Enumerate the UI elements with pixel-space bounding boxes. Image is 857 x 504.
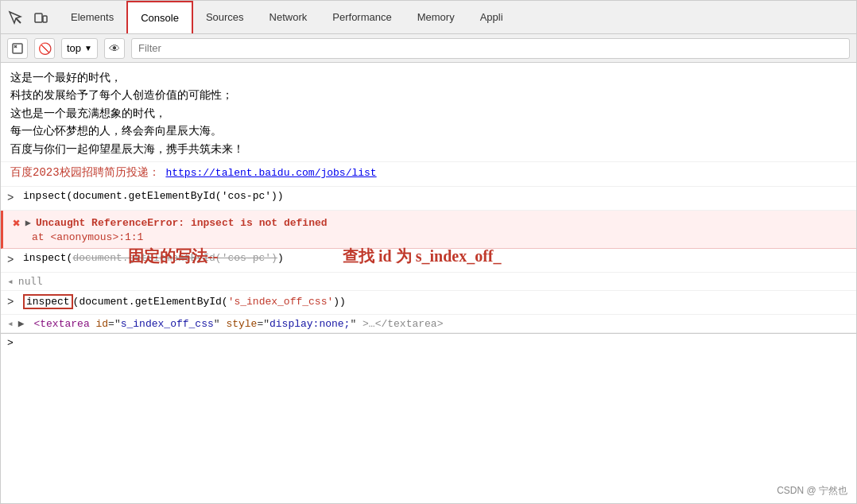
result-left-arrow: ◂ (7, 317, 14, 330)
bottom-prompt-symbol: > (7, 337, 14, 349)
cmd2-strikethrough: document.getElementById('cos-pc') (72, 252, 277, 264)
error-icon: ✖ (13, 215, 21, 231)
console-log-text-block: 这是一个最好的时代， 科技的发展给予了每个人创造价值的可能性； 这也是一个最充满… (1, 63, 856, 162)
null-value: null (18, 275, 43, 287)
cmd3-text: inspect(document.getElementById('s_index… (23, 294, 346, 309)
console-bottom-prompt: > (1, 333, 856, 352)
console-cmd1-line: > inpsect(document.getElementById('cos-p… (1, 187, 856, 211)
prompt-icon: > (7, 190, 18, 207)
context-selector[interactable]: top ▼ (61, 38, 98, 59)
annotation-label-2: 查找 id 为 s_index_off_ (343, 246, 501, 267)
tab-elements[interactable]: Elements (58, 1, 126, 33)
eye-icon[interactable]: 👁 (104, 38, 125, 59)
console-error-block: ✖ ▶ Uncaught ReferenceError: inpsect is … (1, 211, 856, 249)
error-expand-icon[interactable]: ▶ (25, 217, 31, 229)
svg-line-0 (16, 18, 21, 23)
tab-console[interactable]: Console (126, 1, 193, 33)
tab-application[interactable]: Appli (467, 1, 516, 33)
log-line-2: 科技的发展给予了每个人创造价值的可能性； (10, 87, 847, 104)
svg-rect-1 (35, 14, 42, 22)
tab-bar: Elements Console Sources Network Perform… (1, 1, 856, 34)
log-line-3: 这也是一个最充满想象的时代， (10, 105, 847, 122)
tab-list: Elements Console Sources Network Perform… (58, 1, 516, 33)
svg-rect-2 (43, 16, 47, 22)
csdn-watermark: CSDN @ 宁然也 (777, 484, 847, 498)
clear-console-button[interactable] (7, 38, 28, 59)
error-message: Uncaught ReferenceError: inpsect is not … (36, 217, 328, 229)
no-entry-icon[interactable]: 🚫 (34, 38, 55, 59)
prompt-icon-2: > (7, 252, 18, 269)
log-line-4: 每一位心怀梦想的人，终会奔向星辰大海。 (10, 122, 847, 140)
console-cmd2-line: > inspect(document.getElementById('cos-p… (1, 249, 856, 273)
dropdown-arrow-icon: ▼ (84, 44, 92, 52)
result-arrow-icon: ◂ (7, 275, 14, 288)
tab-memory[interactable]: Memory (405, 1, 467, 33)
log-line-5: 百度与你们一起仰望星辰大海，携手共筑未来！ (10, 141, 847, 158)
tab-performance[interactable]: Performance (320, 1, 404, 33)
tab-sources[interactable]: Sources (193, 1, 257, 33)
error-at: at <anonymous>:1:1 (32, 231, 850, 243)
cmd1-text: inpsect(document.getElementById('cos-pc'… (23, 190, 284, 202)
console-result-line: ◂ ▶ <textarea id="s_index_off_css" style… (1, 315, 856, 333)
svg-rect-3 (13, 44, 22, 53)
device-toggle-icon[interactable] (29, 6, 52, 29)
baidu-link-line: 百度2023校园招聘简历投递： https://talent.baidu.com… (1, 162, 856, 187)
log-line-1: 这是一个最好的时代， (10, 69, 847, 87)
prompt-icon-3: > (7, 294, 18, 311)
filter-input[interactable] (131, 38, 850, 59)
console-null-line: ◂ null (1, 273, 856, 291)
result-expand-icon[interactable]: ▶ (18, 318, 25, 330)
console-output: 这是一个最好的时代， 科技的发展给予了每个人创造价值的可能性； 这也是一个最充满… (1, 63, 856, 503)
console-cmd3-line: > inspect(document.getElementById('s_ind… (1, 291, 856, 315)
baidu-link[interactable]: https://talent.baidu.com/jobs/list (165, 167, 376, 179)
inspect-icon[interactable] (4, 6, 26, 29)
result-content: ▶ <textarea id="s_index_off_css" style="… (18, 317, 444, 330)
inspect-keyword-boxed: inspect (23, 294, 73, 309)
cmd2-text: inspect(document.getElementById('cos-pc'… (23, 252, 284, 264)
console-toolbar: 🚫 top ▼ 👁 (1, 34, 856, 63)
tab-network[interactable]: Network (257, 1, 320, 33)
baidu-link-label: 百度2023校园招聘简历投递： (10, 166, 160, 179)
